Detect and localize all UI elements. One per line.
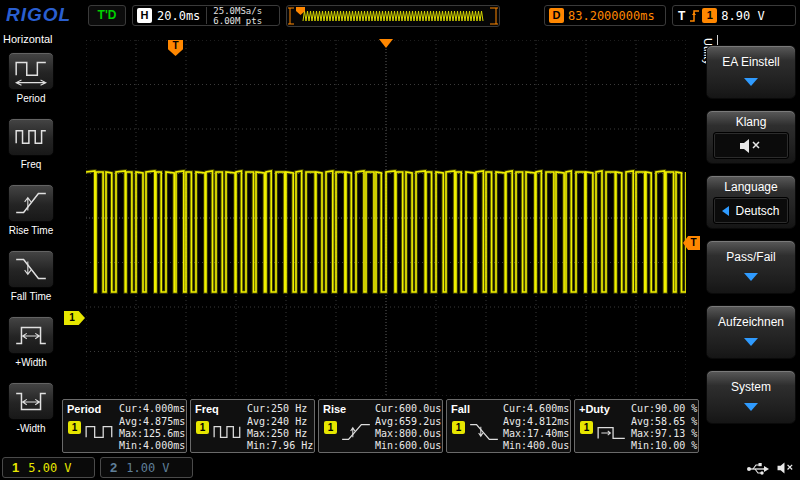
chevron-down-icon [744,403,758,411]
ch1-source-badge: 1 [580,421,593,434]
period-icon [8,52,54,90]
top-bar: RIGOL T'D H 20.0ms 25.0MSa/s 6.00M pts D… [0,0,800,32]
ch2-scale: 1.00 V [126,461,169,475]
trigger-info-group[interactable]: T 1 8.90 V [672,5,796,26]
measurement-avg: Avg:240 Hz [247,416,307,427]
left-menu-label: Fall Time [1,291,61,302]
measurement-max: Max:17.40ms [503,428,569,439]
delay-value: 83.2000000ms [568,9,655,23]
oscilloscope-screen: RIGOL T'D H 20.0ms 25.0MSa/s 6.00M pts D… [0,0,800,480]
measurement-period[interactable]: Period 1 Cur:4.000ms Avg:4.875ms Max:125… [62,399,187,453]
scope-display[interactable] [86,40,686,396]
menu-system-button[interactable]: System [706,370,796,424]
preview-waveform-icon [287,6,499,26]
left-menu-label: +Width [1,357,61,368]
fall-meas-icon [468,421,500,443]
trigger-status-badge: T'D [88,5,126,26]
divider [206,7,207,24]
measurement-min: Min:400.0us [503,440,569,451]
trigger-position-triangle[interactable] [379,39,393,48]
period-meas-icon [84,421,116,443]
menu-button-label: Aufzeichnen [707,315,795,329]
ch1-source-badge: 1 [452,421,465,434]
trigger-source-badge: 1 [702,8,717,23]
left-menu-label: Freq [1,159,61,170]
acquisition-info: 25.0MSa/s 6.00M pts [213,6,262,26]
trigger-label: T [678,9,685,23]
memory-depth: 6.00M pts [213,16,262,26]
measurement-min: Min:600.0us [375,440,441,451]
left-measure-menu: Horizontal Period Freq [0,30,62,456]
left-menu-label: -Width [1,423,61,434]
trigger-delay-group[interactable]: D 83.2000000ms [544,5,666,26]
ch1-ground-marker[interactable]: 1 [64,311,85,325]
ch1-scale: 5.00 V [28,461,71,475]
ch1-source-badge: 1 [68,421,81,434]
horizontal-icon: H [137,8,152,23]
rise-time-icon [8,184,54,222]
ch1-id: 1 [12,460,19,475]
left-menu-item-plus-width[interactable]: +Width [1,316,61,380]
menu-button-label: EA Einstell [707,55,795,69]
menu-ea-einstell-button[interactable]: EA Einstell [706,45,796,99]
ch1-toggle[interactable]: 1 5.00 V [2,457,95,478]
measurement-duty[interactable]: +Duty 1 Cur:90.00 % Avg:58.65 % Max:97.1… [574,399,699,453]
measurement-max: Max:97.13 % [631,428,697,439]
menu-language-button[interactable]: Language Deutsch [706,175,796,229]
ch1-source-badge: 1 [196,421,209,434]
language-value-box: Deutsch [713,197,789,224]
measurement-name: Freq [195,403,219,415]
speaker-muted-icon [738,137,764,155]
left-menu-item-freq[interactable]: Freq [1,118,61,182]
measurement-min: Min:7.96 Hz [247,440,313,451]
measurement-cur: Cur:250 Hz [247,403,307,414]
measurement-avg: Avg:58.65 % [631,416,697,427]
delay-icon: D [549,8,564,23]
measure-category-title: Horizontal [3,33,53,45]
chevron-down-icon [744,78,758,86]
measurement-cur: Cur:600.0us [375,403,441,414]
duty-meas-icon [596,421,628,443]
measurement-cur: Cur:90.00 % [631,403,697,414]
measurement-avg: Avg:659.2us [375,416,441,427]
language-value: Deutsch [735,204,779,218]
fall-time-icon [8,250,54,288]
left-menu-label: Rise Time [1,225,61,236]
horizontal-timebase-group[interactable]: H 20.0ms 25.0MSa/s 6.00M pts [132,5,280,26]
chevron-down-icon [744,338,758,346]
measurement-avg: Avg:4.875ms [119,416,185,427]
left-menu-item-rise-time[interactable]: Rise Time [1,184,61,248]
left-menu-item-minus-width[interactable]: -Width [1,382,61,446]
measurement-max: Max:800.0us [375,428,441,439]
menu-button-label: Pass/Fail [707,250,795,264]
measurement-min: Min:10.00 % [631,440,697,451]
measurement-avg: Avg:4.812ms [503,416,569,427]
menu-button-label: Language [707,180,795,194]
left-menu-item-fall-time[interactable]: Fall Time [1,250,61,314]
timebase-value: 20.0ms [157,9,200,23]
menu-aufzeichnen-button[interactable]: Aufzeichnen [706,305,796,359]
measurement-fall[interactable]: Fall 1 Cur:4.600ms Avg:4.812ms Max:17.40… [446,399,571,453]
waveform-preview[interactable] [286,5,500,27]
measurement-freq[interactable]: Freq 1 Cur:250 Hz Avg:240 Hz Max:250 Hz … [190,399,315,453]
right-menu: Utility EA Einstell Klang Language Deuts… [700,30,800,456]
left-menu-item-period[interactable]: Period [1,52,61,116]
measurement-rise[interactable]: Rise 1 Cur:600.0us Avg:659.2us Max:800.0… [318,399,443,453]
freq-icon [8,118,54,156]
chevron-left-icon [722,206,729,216]
measurement-name: +Duty [579,403,610,415]
measurement-name: Period [67,403,101,415]
menu-klang-button[interactable]: Klang [706,110,796,164]
chevron-down-icon [744,273,758,281]
sample-rate: 25.0MSa/s [213,6,262,16]
measurement-cur: Cur:4.000ms [119,403,185,414]
freq-meas-icon [212,421,244,443]
ch2-toggle[interactable]: 2 1.00 V [100,457,193,478]
menu-button-label: Klang [707,115,795,129]
left-menu-label: Period [1,93,61,104]
menu-pass-fail-button[interactable]: Pass/Fail [706,240,796,294]
plus-width-icon [8,316,54,354]
ch1-source-badge: 1 [324,421,337,434]
measurement-name: Rise [323,403,346,415]
rising-edge-icon [689,8,700,23]
